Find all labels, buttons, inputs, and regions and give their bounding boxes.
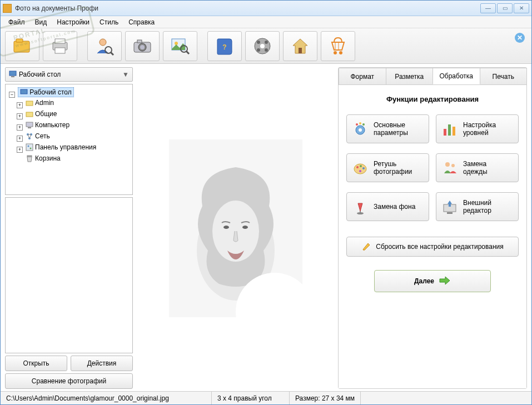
- svg-point-10: [140, 45, 145, 49]
- actions-button[interactable]: Действия: [71, 356, 133, 371]
- computer-icon: [26, 121, 33, 129]
- svg-rect-29: [11, 76, 14, 77]
- svg-rect-0: [14, 41, 29, 52]
- svg-point-19: [257, 41, 260, 44]
- expand-toggle[interactable]: +: [17, 147, 23, 153]
- toolbar: ? ✕: [1, 28, 531, 64]
- expand-toggle[interactable]: +: [17, 136, 23, 142]
- svg-rect-11: [137, 40, 142, 43]
- menu-style[interactable]: Стиль: [95, 17, 123, 27]
- svg-point-64: [357, 212, 364, 214]
- tree-node-public[interactable]: Общие: [24, 109, 58, 118]
- tree-node-computer[interactable]: Компьютер: [24, 121, 71, 129]
- folder-icon: [26, 99, 33, 107]
- tab-layout[interactable]: Разметка: [386, 68, 434, 84]
- gear-icon: [352, 121, 368, 137]
- menu-settings[interactable]: Настройки: [52, 17, 94, 27]
- svg-line-15: [186, 51, 189, 54]
- network-icon: [26, 132, 33, 140]
- svg-rect-32: [26, 112, 33, 117]
- svg-point-18: [260, 44, 265, 48]
- app-icon: [3, 4, 12, 13]
- reset-button[interactable]: Сбросить все настройки редактирования: [346, 237, 519, 257]
- menu-file[interactable]: Файл: [4, 17, 29, 27]
- compare-button[interactable]: Сравнение фотографий: [5, 373, 133, 389]
- minimize-button[interactable]: —: [480, 3, 496, 13]
- svg-point-57: [356, 166, 359, 168]
- edit-basic-button[interactable]: Основные параметры: [346, 114, 429, 143]
- bars-icon: [442, 121, 458, 137]
- folder-tree[interactable]: − Рабочий стол +Admin +Общие +Компьютер …: [5, 84, 133, 195]
- toolbar-person[interactable]: [87, 31, 122, 61]
- svg-point-39: [28, 146, 29, 147]
- svg-point-52: [362, 123, 365, 126]
- tree-node-trash[interactable]: Корзина: [24, 154, 62, 163]
- toolbar-info-icon[interactable]: ✕: [515, 33, 525, 43]
- folder-icon: [26, 110, 33, 118]
- status-path: C:\Users\Admin\Documents\glamour_0000_or…: [1, 392, 212, 404]
- edit-clothes-button[interactable]: Замена одежды: [436, 153, 519, 182]
- status-size: Размер: 27 x 34 мм: [290, 392, 361, 404]
- svg-point-22: [265, 48, 268, 52]
- svg-rect-55: [453, 127, 455, 136]
- tab-format[interactable]: Формат: [339, 68, 386, 84]
- location-label: Рабочий стол: [19, 71, 61, 78]
- svg-point-20: [265, 41, 268, 44]
- toolbar-home[interactable]: [283, 31, 317, 61]
- edit-external-button[interactable]: Внешний редактор: [436, 192, 519, 221]
- close-button[interactable]: ✕: [514, 3, 529, 13]
- expand-toggle[interactable]: +: [17, 124, 23, 131]
- monitor-upload-icon: [442, 199, 458, 214]
- svg-rect-67: [449, 203, 451, 207]
- svg-point-5: [100, 39, 106, 46]
- photo-viewport: [137, 67, 334, 389]
- tab-print[interactable]: Печать: [480, 68, 528, 84]
- edit-background-button[interactable]: Замена фона: [346, 192, 429, 221]
- toolbar-open[interactable]: [5, 31, 39, 61]
- toolbar-video[interactable]: [245, 31, 280, 61]
- svg-rect-53: [444, 129, 446, 136]
- svg-rect-1: [16, 39, 23, 42]
- controlpanel-icon: [26, 143, 33, 151]
- trash-icon: [26, 154, 33, 162]
- open-button[interactable]: Открыть: [5, 356, 67, 371]
- location-combo[interactable]: Рабочий стол ▼: [5, 67, 133, 82]
- lamp-icon: [352, 199, 368, 214]
- brush-icon: [361, 241, 371, 253]
- tree-root[interactable]: Рабочий стол: [18, 87, 73, 97]
- svg-point-49: [359, 128, 362, 132]
- svg-rect-41: [27, 156, 32, 157]
- svg-rect-30: [21, 89, 27, 94]
- tabs: Формат Разметка Обработка Печать: [339, 68, 526, 84]
- svg-rect-66: [447, 212, 453, 214]
- arrow-right-icon: [439, 276, 451, 287]
- tab-processing[interactable]: Обработка: [432, 68, 480, 84]
- status-corner: 3 x 4 правый угол: [212, 392, 290, 404]
- tree-node-network[interactable]: Сеть: [24, 132, 52, 141]
- toolbar-image-search[interactable]: [163, 31, 197, 61]
- toolbar-camera[interactable]: [125, 31, 160, 61]
- toolbar-cart[interactable]: [321, 31, 355, 61]
- maximize-button[interactable]: ▭: [497, 3, 513, 13]
- next-button[interactable]: Далее: [374, 270, 491, 292]
- document-photo: [169, 139, 302, 317]
- expand-toggle[interactable]: +: [17, 102, 23, 108]
- processing-panel: Функции редактирования Основные параметр…: [339, 84, 526, 388]
- edit-levels-button[interactable]: Настройка уровней: [436, 114, 519, 143]
- svg-point-21: [257, 48, 260, 52]
- person-swap-icon: [442, 160, 458, 176]
- menu-view[interactable]: Вид: [31, 17, 52, 27]
- menu-help[interactable]: Справка: [124, 17, 159, 27]
- svg-rect-28: [9, 71, 16, 76]
- expand-toggle[interactable]: +: [17, 113, 23, 119]
- tree-node-admin[interactable]: Admin: [24, 98, 56, 107]
- collapse-toggle[interactable]: −: [9, 92, 15, 98]
- svg-point-46: [242, 226, 248, 229]
- svg-point-40: [30, 148, 32, 149]
- desktop-icon: [9, 70, 17, 79]
- toolbar-print[interactable]: [43, 31, 77, 61]
- toolbar-help[interactable]: ?: [207, 31, 242, 61]
- edit-retouch-button[interactable]: Ретушь фотографии: [346, 153, 429, 182]
- tree-node-controlpanel[interactable]: Панель управления: [24, 143, 98, 152]
- svg-point-61: [445, 162, 450, 167]
